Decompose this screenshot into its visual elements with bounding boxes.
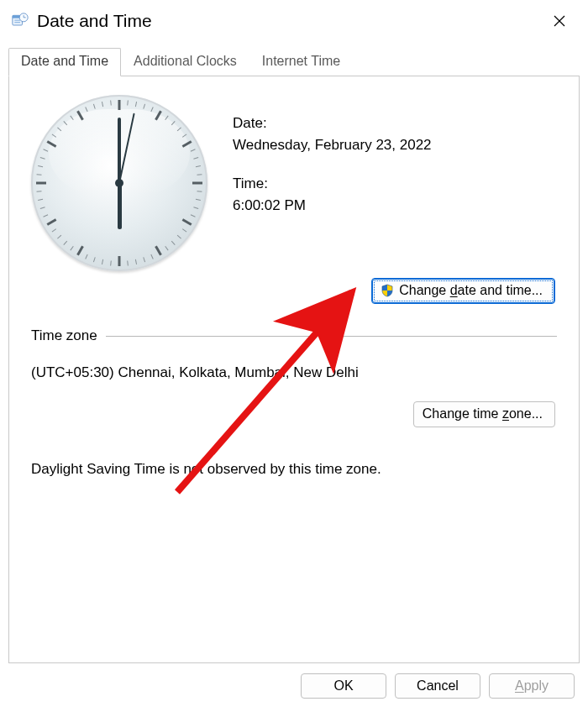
- change-date-time-label: Change date and time...: [399, 283, 543, 298]
- cancel-button[interactable]: Cancel: [395, 673, 480, 699]
- tab-internet-time[interactable]: Internet Time: [249, 48, 353, 76]
- apply-button[interactable]: Apply: [489, 673, 575, 699]
- change-time-zone-label: Change time zone...: [423, 406, 543, 421]
- ok-button[interactable]: OK: [301, 673, 386, 699]
- date-value: Wednesday, February 23, 2022: [233, 137, 432, 154]
- date-time-dialog: Date and Time Date and Time Additional C…: [0, 0, 588, 712]
- time-label: Time:: [233, 175, 432, 192]
- date-label: Date:: [233, 115, 432, 132]
- time-value: 6:00:02 PM: [233, 197, 432, 214]
- tab-strip: Date and Time Additional Clocks Internet…: [0, 47, 588, 76]
- tab-panel-date-and-time: Date: Wednesday, February 23, 2022 Time:…: [8, 76, 580, 663]
- timezone-value: (UTC+05:30) Chennai, Kolkata, Mumbai, Ne…: [31, 364, 557, 381]
- close-button[interactable]: [543, 8, 576, 34]
- change-time-zone-button[interactable]: Change time zone...: [413, 401, 555, 427]
- dialog-footer: OK Cancel Apply: [0, 663, 588, 712]
- dst-note: Daylight Saving Time is not observed by …: [31, 461, 557, 478]
- titlebar: Date and Time: [0, 0, 588, 40]
- timezone-section-label: Time zone: [31, 327, 97, 344]
- uac-shield-icon: [381, 284, 394, 297]
- section-divider: [106, 336, 557, 337]
- date-time-icon: [12, 13, 29, 29]
- analog-clock: [31, 95, 207, 271]
- tab-additional-clocks[interactable]: Additional Clocks: [121, 48, 249, 76]
- close-icon: [554, 15, 565, 27]
- window-title: Date and Time: [37, 11, 543, 31]
- change-date-time-button[interactable]: Change date and time...: [371, 278, 555, 304]
- apply-button-label: Apply: [515, 678, 549, 694]
- tab-date-and-time[interactable]: Date and Time: [8, 48, 121, 76]
